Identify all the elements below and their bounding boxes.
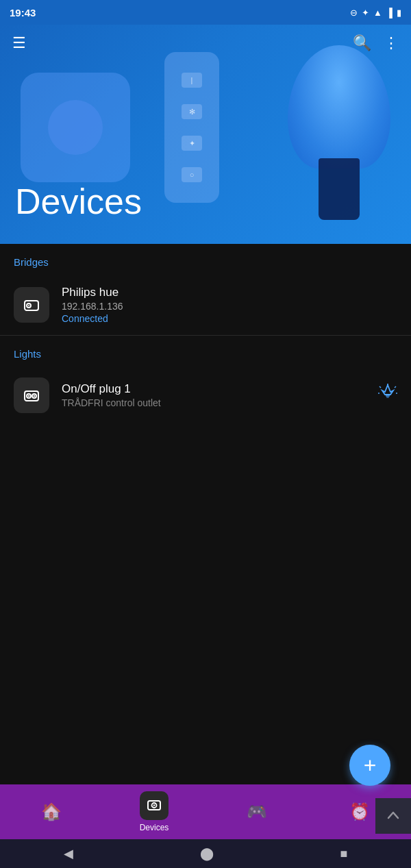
back-button[interactable]: ◀ (64, 846, 73, 861)
plug-name: On/Off plug 1 (62, 382, 366, 396)
svg-rect-10 (386, 397, 389, 398)
games-icon: 🎮 (247, 802, 267, 821)
nav-item-games[interactable]: 🎮 (206, 802, 308, 821)
dnd-icon: ⊖ (350, 8, 358, 18)
nav-item-devices[interactable]: Devices (103, 791, 206, 832)
svg-point-7 (34, 395, 35, 397)
fab-plus-icon: + (364, 754, 377, 776)
svg-line-12 (379, 386, 381, 388)
hub-decoration (21, 73, 130, 182)
devices-nav-icon (147, 798, 162, 813)
scroll-to-top-button[interactable] (375, 798, 411, 834)
hero-section: ☰ 🔍 ⋮ | ✻ ✦ ○ PHILIPShue whiteand color … (0, 25, 411, 244)
svg-marker-8 (382, 385, 393, 395)
bottom-navigation: 🏠 Devices 🎮 ⏰ (0, 784, 411, 839)
philips-hue-info: Philips hue 192.168.1.136 Connected (62, 286, 397, 324)
remote-decoration: | ✻ ✦ ○ (164, 52, 219, 203)
bridges-section-header: Bridges (0, 244, 411, 275)
svg-rect-9 (386, 395, 390, 397)
bulb-base: PHILIPShue whiteand color (319, 158, 360, 220)
remote-btn-4: ○ (182, 167, 202, 182)
devices-nav-icon-wrap (140, 791, 169, 820)
light-icon (378, 384, 397, 403)
chevron-up-icon (386, 808, 401, 823)
remote-btn-3: ✦ (182, 136, 202, 151)
bridge-icon (22, 295, 41, 314)
onoff-plug-item[interactable]: On/Off plug 1 TRÅDFRI control outlet (0, 367, 411, 424)
nav-devices-label: Devices (140, 823, 169, 832)
plug-icon (22, 386, 41, 405)
signal-icon: ▐ (386, 8, 393, 18)
svg-line-13 (395, 386, 396, 388)
bridge-ip: 192.168.1.136 (62, 301, 397, 312)
svg-point-2 (28, 305, 29, 306)
lights-section-header: Lights (0, 336, 411, 367)
alarms-icon: ⏰ (349, 802, 370, 821)
battery-icon: ▮ (397, 8, 401, 18)
menu-icon[interactable]: ☰ (12, 34, 26, 52)
search-icon[interactable]: 🔍 (353, 34, 371, 52)
recent-apps-button[interactable]: ■ (340, 847, 348, 861)
toolbar-right: 🔍 ⋮ (353, 34, 399, 52)
bulb-glass (288, 45, 390, 169)
nav-item-home[interactable]: 🏠 (0, 802, 103, 821)
bridge-status: Connected (62, 313, 397, 324)
hub-button (48, 100, 103, 155)
svg-point-18 (153, 804, 155, 806)
hero-toolbar: ☰ 🔍 ⋮ (0, 25, 411, 62)
plug-icon-container (14, 377, 49, 413)
more-options-icon[interactable]: ⋮ (384, 34, 399, 52)
status-bar: 19:43 ⊖ ✦ ▲ ▐ ▮ (0, 0, 411, 25)
add-device-fab[interactable]: + (349, 745, 390, 786)
remote-btn-2: ✻ (182, 104, 202, 119)
remote-btn-1: | (182, 73, 202, 88)
home-button[interactable]: ⬤ (200, 846, 214, 861)
bridge-name: Philips hue (62, 286, 397, 299)
lamp-action-icon[interactable] (378, 384, 397, 407)
wifi-icon: ▲ (373, 8, 382, 18)
system-nav-bar: ◀ ⬤ ■ (0, 839, 411, 868)
plug-type: TRÅDFRI control outlet (62, 397, 366, 408)
status-icons: ⊖ ✦ ▲ ▐ ▮ (350, 8, 401, 18)
bridge-icon-container (14, 287, 49, 323)
home-icon: 🏠 (41, 802, 62, 821)
svg-point-5 (28, 395, 29, 397)
philips-hue-item[interactable]: Philips hue 192.168.1.136 Connected (0, 275, 411, 335)
page-title: Devices (15, 181, 142, 222)
plug-info: On/Off plug 1 TRÅDFRI control outlet (62, 382, 366, 408)
status-time: 19:43 (10, 7, 36, 18)
bluetooth-icon: ✦ (362, 8, 369, 18)
main-content: Bridges Philips hue 192.168.1.136 Connec… (0, 244, 411, 669)
bulb-decoration: PHILIPShue whiteand color (267, 45, 404, 244)
